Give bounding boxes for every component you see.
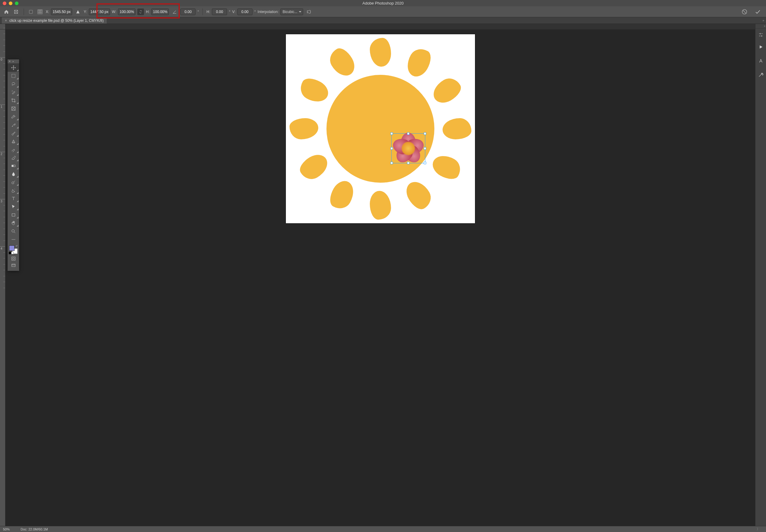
history-brush-tool[interactable] [8,145,19,154]
tool-presets-panel-icon[interactable] [755,69,766,81]
foreground-color-swatch[interactable] [9,245,15,251]
svg-rect-8 [12,214,15,216]
status-menu-icon[interactable]: 〉 [757,527,763,531]
gradient-tool[interactable] [8,162,19,170]
edit-toolbar-button[interactable] [8,235,19,244]
document-size[interactable]: Doc: 22.0M/60.1M [21,527,48,531]
tab-overflow-icon[interactable]: » [762,19,765,22]
screen-mode-button[interactable] [8,262,19,269]
type-tool[interactable] [8,195,19,203]
quick-mask-button[interactable] [8,255,19,262]
home-button[interactable] [2,8,10,16]
marquee-tool[interactable] [8,72,19,80]
svg-point-10 [12,239,12,240]
interp-label: Interpolation: [258,10,278,14]
minimize-window-button[interactable] [9,2,12,5]
color-swatches[interactable]: ⤾ [9,245,18,254]
commit-transform-button[interactable] [754,8,762,16]
width-input[interactable] [118,8,135,15]
ruler-vertical[interactable]: 01234 [0,29,5,526]
sun-ray [370,38,391,67]
lasso-tool[interactable] [8,80,19,88]
handle-middle-right[interactable] [424,147,426,150]
document-canvas[interactable] [286,34,475,223]
default-colors-icon[interactable] [9,251,14,255]
options-bar: X: Y: W: H: ° H: ° V: ° Interpolation: B… [0,6,766,17]
ruler-origin[interactable] [0,24,5,29]
tools-panel-header[interactable]: × » [8,59,19,64]
height-input[interactable] [151,8,169,15]
ruler-v-label: 2 [1,152,2,156]
handle-top-center[interactable] [407,132,410,135]
handle-top-right[interactable] [424,132,426,135]
flower-graphic [393,135,424,162]
separator [202,8,203,15]
properties-panel-icon[interactable] [755,29,766,41]
clone-stamp-tool[interactable] [8,137,19,145]
degree-symbol: ° [254,10,256,14]
right-panel-strip: « [755,24,766,526]
character-panel-icon[interactable] [755,55,766,67]
ruler-v-label: 1 [1,105,2,108]
eyedropper-tool[interactable] [8,113,19,121]
collapse-panel-icon[interactable]: » [12,60,13,63]
zoom-level[interactable]: 50% [3,527,10,531]
warp-mode-button[interactable] [305,8,313,16]
skew-v-input[interactable] [237,8,252,15]
document-tab[interactable]: × click up resize example file.psd @ 50%… [2,17,107,24]
healing-brush-tool[interactable] [8,121,19,129]
sun-ray [296,74,331,107]
workspace: 012345 01234 [0,24,766,526]
svg-point-7 [12,182,14,184]
reference-point-grid[interactable] [36,8,44,16]
sun-ray [402,45,435,80]
rectangle-tool[interactable] [8,211,19,219]
blur-tool[interactable] [8,170,19,178]
dodge-tool[interactable] [8,178,19,186]
pen-tool[interactable] [8,186,19,195]
eraser-tool[interactable] [8,154,19,162]
handle-bottom-right[interactable] [424,162,426,164]
x-input[interactable] [51,8,72,15]
close-window-button[interactable] [3,2,6,5]
move-tool[interactable] [8,64,19,72]
frame-tool[interactable] [8,105,19,113]
swap-colors-icon[interactable]: ⤾ [15,244,18,247]
ruler-v-label: 0 [1,58,2,61]
canvas-area[interactable] [5,29,755,526]
handle-bottom-left[interactable] [391,162,393,164]
relative-positioning-toggle[interactable] [74,8,82,16]
toggle-reference-point[interactable] [28,8,34,15]
brush-tool[interactable] [8,129,19,137]
crop-tool[interactable] [8,96,19,105]
degree-symbol: ° [197,10,199,14]
status-bar: 50% Doc: 22.0M/60.1M 〉 [0,526,766,532]
quick-selection-tool[interactable] [8,88,19,96]
svg-point-9 [12,230,14,232]
cancel-transform-button[interactable] [741,8,748,16]
close-tab-icon[interactable]: × [5,18,7,23]
x-label: X: [46,10,49,14]
zoom-tool[interactable] [8,227,19,235]
expand-panels-icon[interactable]: « [755,25,766,29]
handle-bottom-center[interactable] [407,162,410,164]
actions-panel-icon[interactable] [755,41,766,53]
svg-point-14 [12,258,14,260]
sun-ray [402,177,435,213]
transform-bounding-box[interactable] [391,133,425,163]
tools-panel[interactable]: × » [8,59,19,271]
handle-middle-left[interactable] [391,147,393,150]
y-input[interactable] [89,8,110,15]
hand-tool[interactable] [8,219,19,227]
h-label: H: [146,10,149,14]
skew-h-input[interactable] [212,8,227,15]
path-selection-tool[interactable] [8,203,19,211]
aspect-lock-button[interactable] [137,8,144,15]
transform-mode-button[interactable] [12,8,20,16]
rotate-input[interactable] [180,8,195,15]
interpolation-select[interactable]: Bicubic... [280,8,303,15]
close-panel-icon[interactable]: × [9,60,11,63]
y-label: Y: [84,10,87,14]
maximize-window-button[interactable] [15,2,18,5]
handle-top-left[interactable] [391,132,393,135]
